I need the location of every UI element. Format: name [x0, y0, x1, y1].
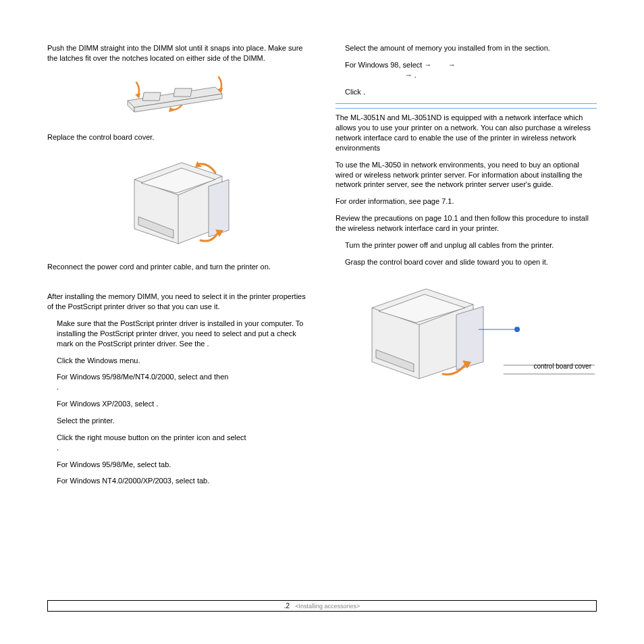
- callout-label: control board cover: [533, 363, 591, 370]
- step-right-click: Click the right mouse button on the prin…: [47, 433, 308, 453]
- t: .: [363, 88, 365, 96]
- step-grasp-cover: Grasp the control board cover and slide …: [336, 257, 597, 267]
- t: .: [57, 444, 59, 452]
- page-number: .2: [284, 602, 290, 610]
- t: For Windows 95/98/Me, select: [57, 460, 159, 468]
- t: .: [156, 400, 158, 408]
- step-postscript-driver: Make sure that the PostScript printer dr…: [47, 319, 308, 349]
- t: in the: [504, 44, 525, 52]
- footer-section: <Installing accessories>: [295, 603, 360, 610]
- t: .: [57, 383, 59, 391]
- t: tab.: [197, 477, 209, 485]
- step-select-printer: Select the printer.: [47, 416, 308, 426]
- illustration-dimm-slot: [47, 70, 308, 124]
- t: printer.: [92, 417, 115, 425]
- text-dimm-push: Push the DIMM straight into the DIMM slo…: [47, 43, 308, 63]
- t: For Windows 98, select: [345, 61, 424, 69]
- t: For Windows 95/98/Me/NT4.0/2000, select: [57, 373, 200, 381]
- step-power-off: Turn the printer power off and unplug al…: [336, 240, 597, 250]
- text-replace-cover: Replace the control board cover.: [47, 132, 308, 142]
- svg-rect-3: [142, 92, 161, 101]
- t: Click the right mouse button on the prin…: [57, 433, 246, 441]
- t: and then: [200, 373, 229, 381]
- step-click-start: Click the Windows menu.: [47, 356, 308, 366]
- t: menu.: [119, 356, 140, 365]
- text-review-precautions: Review the precautions on page 10.1 and …: [336, 213, 597, 234]
- t: Click the Windows: [57, 356, 119, 365]
- svg-point-12: [514, 327, 520, 332]
- left-column: Push the DIMM straight into the DIMM slo…: [47, 41, 308, 493]
- step-win95-tab: For Windows 95/98/Me, select tab.: [47, 460, 308, 470]
- t: Click: [345, 88, 363, 96]
- step-win95-settings: For Windows 95/98/Me/NT4.0/2000, select …: [47, 372, 308, 392]
- step-winnt-tab: For Windows NT4.0/2000/XP/2003, select t…: [47, 476, 308, 486]
- svg-rect-4: [173, 88, 192, 97]
- text-reconnect: Reconnect the power cord and printer cab…: [47, 262, 308, 272]
- svg-marker-5: [135, 93, 140, 99]
- t: Select the: [57, 417, 92, 425]
- illustration-replace-cover: [47, 149, 308, 254]
- step-win98-vop: For Windows 98, select → → → .: [336, 60, 597, 80]
- arrow-icon: →: [448, 61, 456, 69]
- t: section.: [525, 44, 550, 52]
- t: For Windows XP/2003, select: [57, 400, 156, 408]
- text-order-info: For order information, see page 7.1.: [336, 196, 597, 207]
- page-footer: .2 <Installing accessories>: [47, 600, 597, 612]
- arrow-icon: →: [405, 71, 412, 79]
- text-network-intro: The ML-3051N and ML-3051ND is equipped w…: [336, 113, 597, 153]
- step-select-memory: Select the amount of memory you installe…: [336, 43, 597, 53]
- text-ml3050-network: To use the ML-3050 in network environmen…: [336, 160, 597, 190]
- section-divider: [336, 108, 597, 109]
- page-content: Push the DIMM straight into the DIMM slo…: [0, 0, 644, 520]
- right-column: Select the amount of memory you installe…: [336, 41, 597, 493]
- section-divider: [336, 103, 597, 104]
- illustration-open-cover: control board cover: [336, 274, 597, 392]
- t: .: [414, 71, 417, 79]
- step-winxp: For Windows XP/2003, select .: [47, 399, 308, 409]
- arrow-icon: →: [424, 61, 431, 69]
- t: tab.: [159, 460, 171, 468]
- t: .: [207, 340, 209, 348]
- step-click-ok: Click .: [336, 87, 597, 97]
- text-after-installing: After installing the memory DIMM, you ne…: [47, 292, 308, 312]
- t: For Windows NT4.0/2000/XP/2003, select: [57, 477, 197, 485]
- t: Select the amount of memory you installe…: [345, 44, 504, 52]
